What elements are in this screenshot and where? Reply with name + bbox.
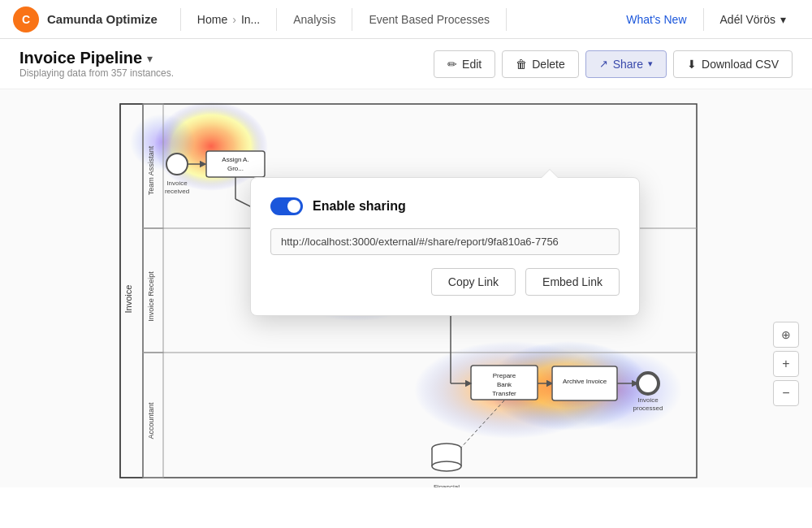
delete-icon: 🗑 xyxy=(516,58,527,71)
report-title: Invoice Pipeline xyxy=(19,49,142,67)
svg-text:received: received xyxy=(165,188,189,195)
download-csv-button[interactable]: ⬇ Download CSV xyxy=(673,50,793,78)
report-title-area: Invoice Pipeline ▾ Displaying data from … xyxy=(19,49,427,79)
svg-text:processed: processed xyxy=(633,405,663,412)
breadcrumb-home[interactable]: Home xyxy=(197,13,227,26)
svg-rect-12 xyxy=(143,353,163,478)
zoom-in-button[interactable]: + xyxy=(773,351,799,377)
svg-text:Prepare: Prepare xyxy=(493,372,516,379)
svg-text:Assign A.: Assign A. xyxy=(222,156,248,163)
enable-sharing-label: Enable sharing xyxy=(313,199,406,214)
svg-rect-21 xyxy=(206,151,265,177)
svg-text:Gro...: Gro... xyxy=(227,165,244,172)
svg-text:Invoice Receipt: Invoice Receipt xyxy=(147,271,155,322)
nav-user-menu[interactable]: Adél Vörös ▾ xyxy=(707,0,799,39)
share-button[interactable]: ↗ Share ▾ xyxy=(585,50,667,78)
svg-rect-47 xyxy=(552,366,617,400)
svg-point-1 xyxy=(130,114,195,171)
svg-text:Transfer: Transfer xyxy=(492,390,516,397)
diagram-canvas: Invoice Team Assistant Invoice Receipt A… xyxy=(0,89,812,487)
popover-actions: Copy Link Embed Link xyxy=(270,268,620,296)
svg-text:Bank: Bank xyxy=(497,381,512,388)
svg-point-58 xyxy=(432,461,461,471)
embed-link-button[interactable]: Embed Link xyxy=(525,268,620,296)
share-url-input[interactable] xyxy=(270,228,620,255)
nav-divider-5 xyxy=(703,8,704,31)
app-logo: C xyxy=(13,6,39,32)
zoom-controls: ⊕ + − xyxy=(773,322,799,406)
svg-point-7 xyxy=(552,349,682,431)
zoom-out-button[interactable]: − xyxy=(773,380,799,406)
edit-icon: ✏ xyxy=(447,58,457,71)
edit-button[interactable]: ✏ Edit xyxy=(434,50,495,78)
zoom-reset-button[interactable]: ⊕ xyxy=(773,322,799,348)
svg-text:Invoice: Invoice xyxy=(166,180,188,187)
main-content: Invoice Pipeline ▾ Displaying data from … xyxy=(0,39,812,528)
diagram-area: Invoice Team Assistant Invoice Receipt A… xyxy=(0,89,812,487)
report-toolbar: Invoice Pipeline ▾ Displaying data from … xyxy=(0,39,812,89)
download-icon: ⬇ xyxy=(687,58,697,71)
breadcrumb-arrow: › xyxy=(232,13,236,26)
enable-sharing-toggle[interactable] xyxy=(270,197,303,215)
nav-divider-2 xyxy=(276,8,277,31)
enable-sharing-row: Enable sharing xyxy=(270,197,620,215)
svg-point-0 xyxy=(154,102,268,191)
nav-divider-3 xyxy=(352,8,352,31)
svg-rect-10 xyxy=(143,104,163,228)
svg-point-6 xyxy=(487,341,650,431)
reset-view-icon: ⊕ xyxy=(781,328,791,341)
share-popover: Enable sharing Copy Link Embed Link xyxy=(250,177,640,316)
nav-divider-1 xyxy=(180,8,181,31)
svg-point-50 xyxy=(637,373,659,394)
svg-text:Team Assistant: Team Assistant xyxy=(147,145,155,195)
nav-analysis[interactable]: Analysis xyxy=(280,0,348,39)
report-title-chevron[interactable]: ▾ xyxy=(147,52,153,65)
svg-point-19 xyxy=(166,154,188,175)
copy-link-button[interactable]: Copy Link xyxy=(431,268,516,296)
app-name: Camunda Optimize xyxy=(47,12,158,26)
nav-whats-new[interactable]: What's New xyxy=(613,0,699,39)
svg-rect-11 xyxy=(143,228,163,353)
nav-events[interactable]: Event Based Processes xyxy=(356,0,503,39)
db-label: FinancialAccountingSystem xyxy=(426,483,467,487)
svg-rect-9 xyxy=(120,104,143,478)
user-chevron-icon: ▾ xyxy=(780,13,786,26)
nav-divider-4 xyxy=(506,8,507,31)
popover-arrow xyxy=(542,170,558,178)
report-subtitle: Displaying data from 357 instances. xyxy=(19,67,174,79)
nav-breadcrumb[interactable]: Home › In... xyxy=(184,0,273,39)
breadcrumb-current[interactable]: In... xyxy=(241,13,260,26)
zoom-out-icon: − xyxy=(782,386,789,400)
toggle-thumb xyxy=(287,200,300,213)
svg-text:Accountant: Accountant xyxy=(147,402,155,439)
share-icon: ↗ xyxy=(599,58,608,70)
share-chevron-icon: ▾ xyxy=(648,58,653,69)
database-symbol: FinancialAccountingSystem xyxy=(426,439,467,487)
svg-text:Invoice: Invoice xyxy=(123,285,133,314)
svg-text:Archive Invoice: Archive Invoice xyxy=(563,378,607,385)
top-navigation: C Camunda Optimize Home › In... Analysis… xyxy=(0,0,812,39)
zoom-in-icon: + xyxy=(782,357,789,371)
svg-text:Invoice: Invoice xyxy=(637,396,659,404)
svg-point-5 xyxy=(414,341,609,439)
delete-button[interactable]: 🗑 Delete xyxy=(502,50,578,78)
svg-rect-40 xyxy=(471,366,538,400)
